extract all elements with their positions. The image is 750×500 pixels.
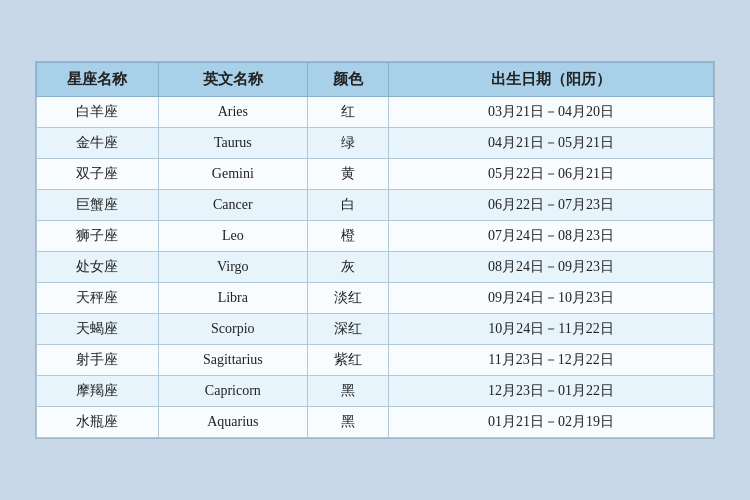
cell-color: 淡红 (307, 283, 388, 314)
cell-chinese-name: 水瓶座 (37, 407, 159, 438)
table-row: 摩羯座Capricorn黑12月23日－01月22日 (37, 376, 714, 407)
cell-chinese-name: 白羊座 (37, 97, 159, 128)
cell-date: 05月22日－06月21日 (389, 159, 714, 190)
header-birthday: 出生日期（阳历） (389, 63, 714, 97)
cell-chinese-name: 处女座 (37, 252, 159, 283)
table-row: 狮子座Leo橙07月24日－08月23日 (37, 221, 714, 252)
cell-color: 黑 (307, 407, 388, 438)
cell-chinese-name: 巨蟹座 (37, 190, 159, 221)
cell-color: 紫红 (307, 345, 388, 376)
cell-color: 黄 (307, 159, 388, 190)
cell-date: 10月24日－11月22日 (389, 314, 714, 345)
cell-english-name: Virgo (158, 252, 307, 283)
cell-color: 深红 (307, 314, 388, 345)
cell-english-name: Aries (158, 97, 307, 128)
header-chinese-name: 星座名称 (37, 63, 159, 97)
header-color: 颜色 (307, 63, 388, 97)
table-row: 水瓶座Aquarius黑01月21日－02月19日 (37, 407, 714, 438)
table-header-row: 星座名称 英文名称 颜色 出生日期（阳历） (37, 63, 714, 97)
cell-english-name: Taurus (158, 128, 307, 159)
cell-english-name: Gemini (158, 159, 307, 190)
cell-color: 黑 (307, 376, 388, 407)
cell-date: 04月21日－05月21日 (389, 128, 714, 159)
table-body: 白羊座Aries红03月21日－04月20日金牛座Taurus绿04月21日－0… (37, 97, 714, 438)
table-row: 天秤座Libra淡红09月24日－10月23日 (37, 283, 714, 314)
cell-english-name: Cancer (158, 190, 307, 221)
cell-english-name: Capricorn (158, 376, 307, 407)
table-row: 金牛座Taurus绿04月21日－05月21日 (37, 128, 714, 159)
cell-english-name: Libra (158, 283, 307, 314)
cell-chinese-name: 狮子座 (37, 221, 159, 252)
cell-date: 03月21日－04月20日 (389, 97, 714, 128)
table-row: 白羊座Aries红03月21日－04月20日 (37, 97, 714, 128)
cell-color: 橙 (307, 221, 388, 252)
cell-date: 09月24日－10月23日 (389, 283, 714, 314)
cell-date: 08月24日－09月23日 (389, 252, 714, 283)
cell-english-name: Sagittarius (158, 345, 307, 376)
zodiac-table-container: 星座名称 英文名称 颜色 出生日期（阳历） 白羊座Aries红03月21日－04… (35, 61, 715, 439)
cell-chinese-name: 天蝎座 (37, 314, 159, 345)
table-row: 射手座Sagittarius紫红11月23日－12月22日 (37, 345, 714, 376)
cell-chinese-name: 摩羯座 (37, 376, 159, 407)
cell-english-name: Scorpio (158, 314, 307, 345)
cell-color: 灰 (307, 252, 388, 283)
cell-date: 11月23日－12月22日 (389, 345, 714, 376)
cell-color: 红 (307, 97, 388, 128)
cell-chinese-name: 天秤座 (37, 283, 159, 314)
cell-color: 绿 (307, 128, 388, 159)
cell-color: 白 (307, 190, 388, 221)
zodiac-table: 星座名称 英文名称 颜色 出生日期（阳历） 白羊座Aries红03月21日－04… (36, 62, 714, 438)
cell-date: 12月23日－01月22日 (389, 376, 714, 407)
cell-chinese-name: 双子座 (37, 159, 159, 190)
table-row: 双子座Gemini黄05月22日－06月21日 (37, 159, 714, 190)
cell-english-name: Aquarius (158, 407, 307, 438)
table-row: 巨蟹座Cancer白06月22日－07月23日 (37, 190, 714, 221)
header-english-name: 英文名称 (158, 63, 307, 97)
cell-date: 01月21日－02月19日 (389, 407, 714, 438)
table-row: 天蝎座Scorpio深红10月24日－11月22日 (37, 314, 714, 345)
table-row: 处女座Virgo灰08月24日－09月23日 (37, 252, 714, 283)
cell-chinese-name: 射手座 (37, 345, 159, 376)
cell-english-name: Leo (158, 221, 307, 252)
cell-chinese-name: 金牛座 (37, 128, 159, 159)
cell-date: 06月22日－07月23日 (389, 190, 714, 221)
cell-date: 07月24日－08月23日 (389, 221, 714, 252)
